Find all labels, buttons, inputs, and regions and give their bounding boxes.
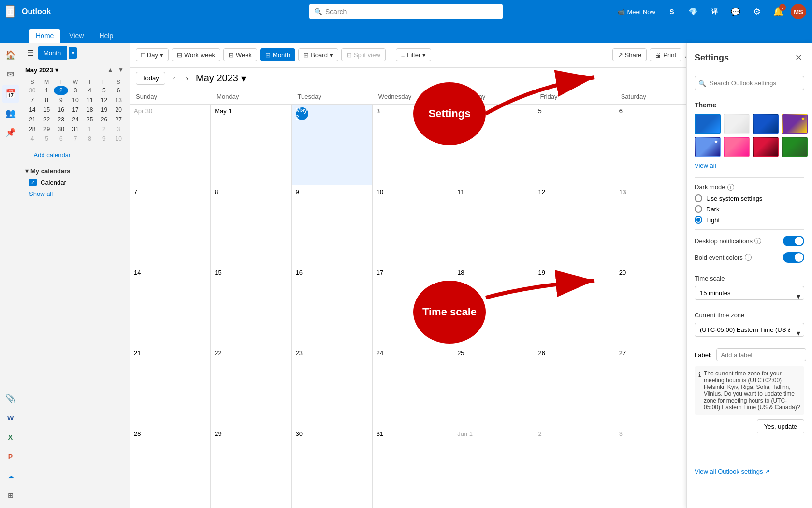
mini-cal-day[interactable]: 18	[83, 105, 97, 115]
theme-swatch-3[interactable]	[753, 114, 779, 134]
mini-cal-prev[interactable]: ▲	[105, 65, 115, 74]
my-calendars-header[interactable]: ▾ My calendars	[25, 165, 126, 177]
view-day-button[interactable]: □ Day ▾	[136, 48, 169, 61]
mini-cal-day[interactable]: 23	[54, 115, 68, 124]
theme-swatch-6[interactable]	[724, 137, 750, 157]
timezone-select[interactable]: (UTC-05:00) Eastern Time (US & Canada)	[695, 323, 804, 337]
mini-cal-day[interactable]: 16	[54, 105, 68, 115]
mini-cal-day[interactable]: 9	[97, 134, 112, 144]
today-button[interactable]: Today	[136, 72, 165, 85]
mini-cal-next[interactable]: ▼	[116, 65, 126, 74]
theme-swatch-7[interactable]	[753, 137, 779, 157]
month-cell[interactable]: Apr 30	[130, 105, 211, 185]
mini-cal-day[interactable]: 27	[111, 115, 126, 124]
hamburger-button[interactable]: ☰	[25, 46, 36, 60]
mini-cal-day[interactable]: 11	[83, 95, 97, 105]
theme-swatch-5[interactable]: ★	[695, 137, 721, 157]
rail-icon-onedrive[interactable]: ☁	[2, 467, 19, 485]
meet-now-button[interactable]: 📹 Meet Now	[613, 6, 659, 17]
rail-icon-word[interactable]: W	[2, 409, 19, 427]
share-button[interactable]: ↗ Share	[612, 48, 647, 61]
notification-bell[interactable]: 🔔 3	[769, 3, 787, 20]
radio-light[interactable]: Light	[695, 216, 804, 224]
yes-update-button[interactable]: Yes, update	[757, 419, 804, 433]
month-cell[interactable]: 22	[211, 346, 291, 427]
month-cell[interactable]: 23	[292, 346, 373, 427]
month-cell[interactable]: 20	[615, 266, 696, 346]
rail-icon-home[interactable]: 🏠	[2, 46, 19, 64]
theme-swatch-4[interactable]: ★	[782, 114, 808, 134]
view-board-button[interactable]: ⊞ Board ▾	[298, 48, 338, 61]
month-cell[interactable]: 3	[373, 105, 453, 185]
skype-button[interactable]: S	[663, 3, 681, 20]
settings-gear-button[interactable]: ⚙	[748, 3, 766, 20]
theme-view-all-link[interactable]: View all	[695, 162, 804, 169]
prev-month-button[interactable]: ‹	[170, 73, 178, 84]
view-month-button[interactable]: ⊞ Month	[260, 48, 295, 61]
mini-cal-title[interactable]: May 2023 ▾	[25, 66, 58, 74]
add-calendar-button[interactable]: + Add calendar	[25, 149, 72, 162]
month-cell[interactable]: May 1	[211, 105, 291, 185]
mini-cal-day[interactable]: 2	[97, 124, 112, 134]
mini-cal-day[interactable]: 3	[68, 86, 83, 95]
month-cell[interactable]: 24	[373, 346, 453, 427]
filter-button[interactable]: ≡ Filter ▾	[396, 48, 431, 61]
theme-swatch-2[interactable]	[724, 114, 750, 134]
rail-icon-powerpoint[interactable]: P	[2, 448, 19, 465]
mini-cal-day[interactable]: 19	[97, 105, 112, 115]
mini-cal-day[interactable]: 4	[83, 86, 97, 95]
month-cell[interactable]: 5	[534, 105, 615, 185]
chat-button[interactable]: 💬	[727, 3, 744, 20]
user-avatar[interactable]: MS	[791, 4, 806, 19]
desktop-notifications-toggle[interactable]	[783, 236, 804, 246]
radio-use-system[interactable]: Use system settings	[695, 194, 804, 202]
month-cell[interactable]: 14	[130, 266, 211, 346]
rail-icon-tasks[interactable]: 📌	[2, 124, 19, 141]
mini-cal-day[interactable]: 10	[111, 134, 126, 144]
new-event-button[interactable]: Month	[38, 46, 67, 60]
tab-help[interactable]: Help	[92, 29, 120, 43]
tab-home[interactable]: Home	[29, 29, 60, 43]
mini-cal-day[interactable]: 14	[25, 105, 40, 115]
print-button[interactable]: 🖨 Print	[650, 48, 682, 61]
month-cell[interactable]: 16	[292, 266, 373, 346]
month-cell[interactable]: 31	[373, 427, 453, 508]
month-cell[interactable]: 21	[130, 346, 211, 427]
mini-cal-day[interactable]: 5	[40, 134, 54, 144]
mini-cal-day[interactable]: 9	[54, 95, 68, 105]
mini-cal-day[interactable]: 2	[54, 86, 68, 95]
view-all-outlook-link[interactable]: View all Outlook settings ↗	[695, 468, 804, 475]
new-event-dropdown[interactable]: ▾	[69, 47, 77, 59]
mini-cal-day[interactable]: 15	[40, 105, 54, 115]
mini-cal-day[interactable]: 30	[54, 124, 68, 134]
dark-mode-info-icon[interactable]: i	[727, 184, 734, 191]
calendar-checkbox[interactable]: ✓	[29, 179, 37, 186]
mini-cal-day[interactable]: 31	[68, 124, 83, 134]
mini-cal-day[interactable]: 8	[83, 134, 97, 144]
mini-cal-day[interactable]: 12	[97, 95, 112, 105]
radio-dark[interactable]: Dark	[695, 205, 804, 213]
mini-cal-day[interactable]: 25	[83, 115, 97, 124]
month-cell[interactable]: 6	[615, 105, 696, 185]
edge-rewards-button[interactable]: 💎	[684, 3, 702, 20]
month-cell[interactable]: 10	[373, 185, 453, 266]
mini-cal-day[interactable]: 7	[25, 95, 40, 105]
month-cell[interactable]: 17	[373, 266, 453, 346]
translate-button[interactable]: 译	[706, 3, 723, 20]
mini-cal-day[interactable]: 30	[25, 86, 40, 95]
mini-cal-day[interactable]: 26	[97, 115, 112, 124]
rail-icon-attachments[interactable]: 📎	[2, 390, 19, 407]
mini-cal-day[interactable]: 1	[40, 86, 54, 95]
month-cell[interactable]: 27	[615, 346, 696, 427]
month-cell[interactable]: 15	[211, 266, 291, 346]
month-cell[interactable]: May 2	[292, 105, 373, 185]
mini-cal-day[interactable]: 8	[40, 95, 54, 105]
search-input[interactable]	[325, 8, 498, 15]
rail-icon-contacts[interactable]: 👥	[2, 105, 19, 122]
mini-cal-day[interactable]: 6	[54, 134, 68, 144]
month-cell[interactable]: 12	[534, 185, 615, 266]
mini-cal-day[interactable]: 21	[25, 115, 40, 124]
month-cell[interactable]: 2	[534, 427, 615, 508]
month-cell[interactable]: 19	[534, 266, 615, 346]
month-cell[interactable]: 13	[615, 185, 696, 266]
